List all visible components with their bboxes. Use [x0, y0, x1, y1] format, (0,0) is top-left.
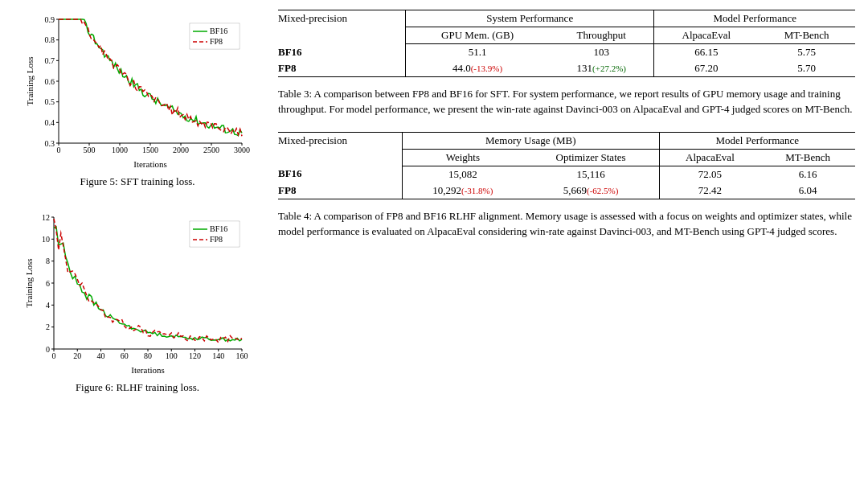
table3-bf16-throughput: 103 [549, 44, 654, 61]
table4-mixed-precision-label: Mixed-precision [278, 132, 403, 149]
figure5-caption: Figure 5: SFT training loss. [80, 175, 194, 188]
table4-fp8-mtbench: 6.04 [760, 183, 855, 199]
table3-fp8-gpu: 44.0(-13.9%) [405, 60, 549, 77]
table4-bf16-alpaca: 72.05 [659, 166, 760, 183]
figure5-container: Figure 5: SFT training loss. [13, 10, 262, 188]
table3-fp8-alpaca: 67.20 [654, 60, 758, 77]
table4-fp8-weights: 10,292(-31.8%) [403, 183, 523, 199]
table4-weights-header: Weights [403, 149, 523, 166]
table4-header-row2: Weights Optimizer States AlpacaEval MT-B… [278, 149, 855, 166]
table4-fp8-optim-delta: (-62.5%) [587, 186, 618, 195]
left-column: Figure 5: SFT training loss. Figure 6: R… [13, 10, 262, 491]
table3-fp8-throughput-delta: (+27.2%) [592, 64, 626, 73]
table4-optim-header: Optimizer States [523, 149, 659, 166]
figure6-container: Figure 6: RLHF training loss. [13, 207, 262, 394]
table4-bf16-optim: 15,116 [523, 166, 659, 183]
table4-bf16-weights: 15,082 [403, 166, 523, 183]
table3-sys-perf-header: System Performance [405, 10, 653, 27]
table4-fp8-label: FP8 [278, 183, 403, 199]
figure6-chart [25, 207, 250, 376]
table4-fp8-optim: 5,669(-62.5%) [523, 183, 659, 199]
table4-fp8-weights-delta: (-31.8%) [461, 186, 493, 195]
table4-mtbench-header: MT-Bench [760, 149, 855, 166]
table3-gpu-header: GPU Mem. (GB) [405, 27, 549, 44]
table4-bf16-label: BF16 [278, 166, 403, 183]
table3: Mixed-precision System Performance Model… [278, 10, 855, 77]
table4-mem-header: Memory Usage (MB) [403, 132, 659, 149]
table3-row-bf16: BF16 51.1 103 66.15 5.75 [278, 44, 855, 61]
table3-throughput-header: Throughput [549, 27, 654, 44]
table3-caption: Table 3: A comparison between FP8 and BF… [278, 87, 855, 117]
table4-alpaca-header: AlpacaEval [659, 149, 760, 166]
table3-alpaca-header: AlpacaEval [654, 27, 758, 44]
right-column: Mixed-precision System Performance Model… [278, 10, 855, 491]
table4-row-bf16: BF16 15,082 15,116 72.05 6.16 [278, 166, 855, 183]
table3-mixed-precision-label: Mixed-precision [278, 10, 405, 27]
table3-fp8-mtbench: 5.70 [758, 60, 855, 77]
table3-fp8-gpu-delta: (-13.9%) [471, 64, 502, 73]
table4-header-row1: Mixed-precision Memory Usage (MB) Model … [278, 132, 855, 149]
table4-model-perf-header: Model Performance [659, 132, 855, 149]
table3-header-row1: Mixed-precision System Performance Model… [278, 10, 855, 27]
table3-bf16-label: BF16 [278, 44, 405, 61]
table3-bf16-gpu: 51.1 [405, 44, 549, 61]
table3-section: Mixed-precision System Performance Model… [278, 10, 855, 117]
table4-row-fp8: FP8 10,292(-31.8%) 5,669(-62.5%) 72.42 6… [278, 183, 855, 199]
table4: Mixed-precision Memory Usage (MB) Model … [278, 132, 855, 199]
figure5-chart [25, 10, 250, 170]
table3-bf16-mtbench: 5.75 [758, 44, 855, 61]
table3-header-row2: GPU Mem. (GB) Throughput AlpacaEval MT-B… [278, 27, 855, 44]
table4-fp8-alpaca: 72.42 [659, 183, 760, 199]
table3-bf16-alpaca: 66.15 [654, 44, 758, 61]
table4-section: Mixed-precision Memory Usage (MB) Model … [278, 132, 855, 240]
table3-row-fp8: FP8 44.0(-13.9%) 131(+27.2%) 67.20 5.70 [278, 60, 855, 77]
table4-caption: Table 4: A comparison of FP8 and BF16 RL… [278, 209, 855, 240]
table3-fp8-throughput: 131(+27.2%) [549, 60, 654, 77]
table3-fp8-label: FP8 [278, 60, 405, 77]
table3-mtbench-header: MT-Bench [758, 27, 855, 44]
table3-model-perf-header: Model Performance [654, 10, 855, 27]
table4-bf16-mtbench: 6.16 [760, 166, 855, 183]
figure6-caption: Figure 6: RLHF training loss. [76, 381, 199, 394]
